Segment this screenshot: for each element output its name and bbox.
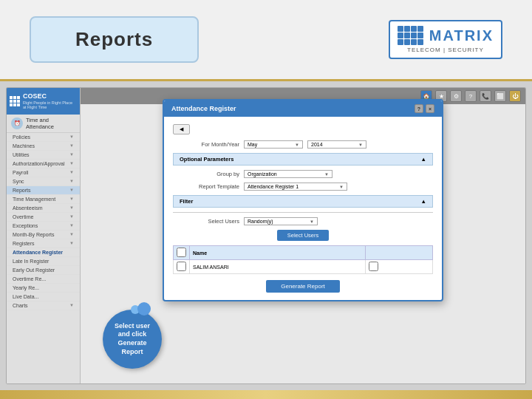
content-area: 🏠 ★ ⚙ ? 📞 ⬜ ⏻ Attendance Register ? × — [81, 88, 525, 383]
sidebar-item-early-out[interactable]: Early Out Register — [7, 266, 80, 275]
th-action — [366, 246, 433, 260]
filter-label: Filter — [180, 198, 193, 205]
sidebar-header: COSEC Right People in Right Place at Rig… — [7, 88, 80, 115]
matrix-brand: MATRIX — [429, 27, 494, 44]
optional-params-label: Optional Parameters — [180, 156, 233, 163]
filter-header[interactable]: Filter ▲ — [173, 195, 433, 208]
optional-params-toggle-icon: ▲ — [421, 156, 426, 163]
sidebar-item-month-reports[interactable]: Month-By Reports ▼ — [7, 231, 80, 239]
year-value: 2014 — [311, 142, 323, 147]
row-action-checkbox-1[interactable] — [369, 262, 378, 271]
sidebar-item-live-data[interactable]: Live Data... — [7, 293, 80, 301]
sidebar-item-absenteeism[interactable]: Absenteeism ▼ — [7, 204, 80, 213]
group-by-label: Group by — [173, 171, 239, 177]
top-header: Reports MATRIX TELECOM | SECURITY — [0, 0, 532, 81]
sidebar-item-charts[interactable]: Charts ▼ — [7, 301, 80, 310]
modal-help-btn[interactable]: ? — [415, 104, 423, 113]
cosec-label: COSEC — [23, 92, 77, 100]
modal-nav: ◀ — [173, 124, 433, 134]
time-attendance-icon: ⏰ — [11, 117, 23, 129]
month-value: May — [248, 142, 257, 147]
sidebar-item-overtime[interactable]: Overtime ▼ — [7, 213, 80, 222]
for-month-year-row: For Month/Year May ▼ 2014 ▼ — [173, 140, 433, 149]
sidebar-item-overtime-re[interactable]: Overtime Re... — [7, 275, 80, 284]
modal-close-buttons: ? × — [415, 104, 434, 113]
select-users-label: Select Users — [173, 218, 239, 225]
year-select[interactable]: 2014 ▼ — [307, 140, 366, 149]
report-template-row: Report Template Attendance Register 1 ▼ — [173, 183, 433, 191]
filter-toggle-icon: ▲ — [421, 198, 426, 205]
cosec-tagline: Right People in Right Place at Right Tim… — [23, 100, 77, 110]
row-name-1: SALIM ANSARI — [190, 260, 366, 274]
table-header-row: Name — [174, 246, 433, 260]
for-month-label: For Month/Year — [173, 141, 239, 148]
sidebar-item-registers[interactable]: Registers ▼ — [7, 239, 80, 248]
year-arrow-icon: ▼ — [358, 143, 363, 147]
bottom-bar — [0, 390, 532, 399]
optional-section: Group by Organization ▼ Report Template … — [173, 170, 433, 191]
title-text: Reports — [75, 28, 153, 50]
month-arrow-icon: ▼ — [295, 143, 299, 147]
group-by-value: Organization — [248, 171, 277, 177]
sidebar-item-utilities[interactable]: Utilities ▼ — [7, 151, 80, 160]
row-checkbox-1[interactable] — [177, 262, 186, 271]
inner-window: COSEC Right People in Right Place at Rig… — [6, 87, 526, 384]
modal-back-btn[interactable]: ◀ — [173, 124, 190, 134]
sidebar-header-text: COSEC Right People in Right Place at Rig… — [23, 92, 77, 110]
row-checkbox-cell — [174, 260, 190, 274]
sidebar-item-payroll[interactable]: Payroll ▼ — [7, 168, 80, 177]
sidebar-item-exceptions[interactable]: Exceptions ▼ — [7, 222, 80, 231]
reports-title: Reports — [30, 16, 199, 63]
sidebar-item-yearly-re[interactable]: Yearly Re... — [7, 284, 80, 293]
report-template-value: Attendance Register 1 — [248, 184, 299, 189]
matrix-sub-text: TELECOM | SECURITY — [407, 47, 484, 53]
matrix-logo: MATRIX TELECOM | SECURITY — [389, 20, 502, 59]
group-by-arrow-icon: ▼ — [324, 172, 329, 177]
table-row: SALIM ANSARI — [174, 260, 433, 274]
modal-body: ◀ For Month/Year May ▼ 2014 ▼ — [164, 117, 442, 300]
tooltip-text: Select userand clickGenerateReport — [115, 322, 150, 357]
sidebar-item-sync[interactable]: Sync ▼ — [7, 177, 80, 186]
divider — [173, 212, 433, 213]
modal-close-btn[interactable]: × — [426, 104, 434, 113]
attendance-register-modal: Attendance Register ? × ◀ For — [163, 99, 443, 301]
report-template-select[interactable]: Attendance Register 1 ▼ — [244, 183, 347, 191]
select-users-button[interactable]: Select Users — [277, 230, 330, 241]
report-template-arrow-icon: ▼ — [339, 185, 344, 189]
select-users-arrow-icon: ▼ — [310, 219, 314, 224]
sidebar-item-attendance-register[interactable]: Attendance Register — [7, 248, 80, 257]
sidebar-logo-icon — [10, 96, 20, 106]
sidebar: COSEC Right People in Right Place at Rig… — [7, 88, 81, 383]
matrix-grid-icon — [398, 26, 423, 45]
month-select[interactable]: May ▼ — [244, 140, 303, 149]
main-content: COSEC Right People in Right Place at Rig… — [0, 81, 532, 390]
group-by-select[interactable]: Organization ▼ — [244, 170, 332, 178]
logo-top: MATRIX — [398, 26, 494, 45]
select-users-value: Random(y) — [248, 219, 273, 224]
row-action-1 — [366, 260, 433, 274]
modal-header: Attendance Register ? × — [164, 100, 442, 117]
th-name: Name — [190, 246, 366, 260]
th-checkbox — [174, 246, 190, 260]
sidebar-item-time-management[interactable]: Time Management ▼ — [7, 195, 80, 204]
sidebar-item-late-in[interactable]: Late In Register — [7, 257, 80, 266]
header-checkbox[interactable] — [177, 248, 186, 257]
group-by-row: Group by Organization ▼ — [173, 170, 433, 178]
sidebar-item-machines[interactable]: Machines ▼ — [7, 142, 80, 151]
sidebar-time-attendance[interactable]: ⏰ Time and Attendance — [7, 115, 80, 133]
time-attendance-label: Time and Attendance — [26, 117, 75, 130]
users-table: Name SALIM ANSARI — [173, 245, 433, 274]
sidebar-item-auth[interactable]: Authorization/Approval ▼ — [7, 160, 80, 168]
select-users-select[interactable]: Random(y) ▼ — [244, 217, 318, 225]
tooltip-bubble: Select userand clickGenerateReport — [103, 310, 162, 369]
modal-title: Attendance Register — [171, 105, 236, 112]
generate-report-button[interactable]: Generate Report — [266, 280, 340, 293]
optional-params-header[interactable]: Optional Parameters ▲ — [173, 153, 433, 166]
sidebar-item-policies[interactable]: Policies ▼ — [7, 133, 80, 142]
select-users-row: Select Users Random(y) ▼ — [173, 217, 433, 225]
sidebar-item-reports[interactable]: Reports ▼ — [7, 186, 80, 195]
report-template-label: Report Template — [173, 183, 239, 190]
